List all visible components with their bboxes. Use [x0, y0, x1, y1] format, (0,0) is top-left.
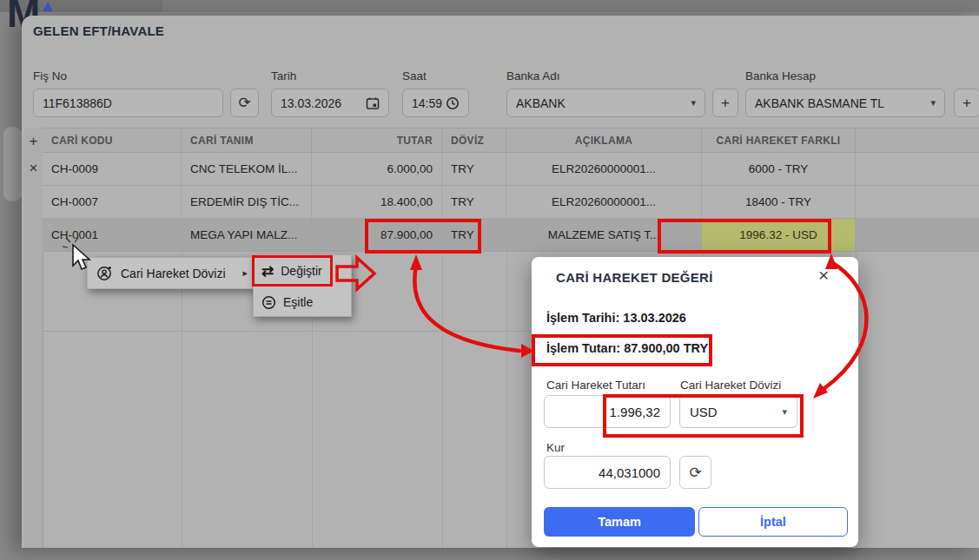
menu-item-label: Eşitle	[283, 295, 313, 309]
app-logo-triangle-icon	[43, 2, 53, 11]
cell-doviz[interactable]: TRY	[442, 186, 506, 218]
column-header-cari-hareket-farkli[interactable]: CARİ HAREKET FARKLI	[702, 128, 856, 152]
table-row-selected[interactable]: CH-0001 MEGA YAPI MALZ... 87.900,00 TRY …	[43, 219, 979, 252]
saat-label: Saat	[402, 69, 427, 82]
column-header-cari-tanim[interactable]: CARİ TANIM	[182, 128, 312, 152]
refresh-icon: ⟳	[238, 94, 250, 112]
cell-aciklama[interactable]: ELR20260000001...	[506, 153, 702, 185]
chevron-down-icon: ▾	[930, 97, 936, 109]
dialog-title: CARİ HAREKET DEĞERİ	[556, 270, 713, 285]
backdrop-panel-fragment	[3, 127, 22, 201]
annotation-box-tutar-cell	[365, 219, 481, 254]
cell-cari-tanim[interactable]: MEGA YAPI MALZ...	[182, 219, 312, 251]
cell-aciklama[interactable]: ELR20260000001...	[506, 186, 702, 218]
add-bank-button[interactable]: +	[712, 89, 738, 117]
fis-no-input[interactable]: 11F613886D	[33, 89, 223, 117]
cell-doviz[interactable]: TRY	[442, 153, 506, 185]
chevron-down-icon: ▾	[691, 97, 696, 109]
cari-hareket-tutari-label: Cari Hareket Tutarı	[546, 379, 645, 392]
page-title: GELEN EFT/HAVALE	[33, 23, 164, 38]
saat-input[interactable]: 14:59	[402, 89, 469, 117]
annotation-box-amount-doviz	[603, 394, 804, 438]
column-header-aciklama[interactable]: AÇIKLAMA	[506, 128, 702, 152]
cell-cari-kodu[interactable]: CH-0001	[43, 219, 182, 251]
cell-tutar[interactable]: 6.000,00	[312, 153, 442, 185]
tamam-button[interactable]: Tamam	[544, 507, 695, 537]
cell-cari-kodu[interactable]: CH-0007	[43, 186, 182, 218]
delete-row-button[interactable]: ×	[24, 161, 43, 175]
banka-hesap-select[interactable]: AKBANK BASMANE TL ▾	[745, 89, 945, 117]
saat-value: 14:59	[412, 96, 446, 110]
cell-tutar[interactable]: 18.400,00	[312, 186, 442, 218]
islem-tarihi-text: İşlem Tarihi: 13.03.2026	[546, 311, 686, 325]
cari-hareket-dovizi-label: Cari Hareket Dövizi	[680, 379, 781, 392]
iptal-button[interactable]: İptal	[698, 507, 848, 537]
cell-cari-tanim[interactable]: CNC TELEKOM İL...	[182, 153, 312, 185]
kur-label: Kur	[546, 441, 565, 454]
cell-filler	[856, 153, 979, 185]
equalize-icon	[261, 295, 276, 310]
grid-tool-column: + ×	[24, 128, 43, 548]
banka-hesap-value: AKBANK BASMANE TL	[755, 96, 925, 110]
table-row[interactable]: CH-0009 CNC TELEKOM İL... 6.000,00 TRY E…	[43, 153, 979, 186]
fis-no-refresh-button[interactable]: ⟳	[230, 89, 259, 117]
column-header-cari-kodu[interactable]: CARİ KODU	[43, 128, 182, 152]
menu-item-esitle[interactable]: Eşitle	[254, 287, 351, 318]
cell-cari-hareket-farkli[interactable]: 18400 - TRY	[702, 186, 856, 218]
kur-input[interactable]: 44,031000	[544, 456, 671, 489]
column-header-filler	[856, 128, 979, 152]
cell-cari-tanim[interactable]: ERDEMİR DIŞ TİC...	[182, 186, 312, 218]
cell-cari-kodu[interactable]: CH-0009	[43, 153, 182, 185]
banka-adi-select[interactable]: AKBANK ▾	[506, 89, 705, 117]
calendar-icon	[366, 96, 380, 110]
column-header-doviz[interactable]: DÖVİZ	[442, 128, 506, 152]
cell-cari-hareket-farkli[interactable]: 6000 - TRY	[702, 153, 856, 185]
plus-icon: +	[721, 95, 730, 112]
add-row-button[interactable]: +	[24, 134, 43, 148]
banka-adi-label: Banka Adı	[506, 69, 560, 82]
column-header-tutar[interactable]: TUTAR	[312, 128, 442, 152]
context-menu[interactable]: Cari Hareket Dövizi ▸	[87, 257, 257, 289]
tarih-input[interactable]: 13.03.2026	[271, 89, 389, 117]
submenu-arrow-icon: ▸	[242, 267, 248, 279]
table-row[interactable]: CH-0007 ERDEMİR DIŞ TİC... 18.400,00 TRY…	[43, 186, 979, 219]
fis-no-label: Fiş No	[33, 69, 67, 82]
close-icon[interactable]: ×	[818, 266, 829, 284]
banka-adi-value: AKBANK	[516, 96, 685, 110]
row-divider	[43, 331, 532, 332]
kur-refresh-button[interactable]: ⟳	[679, 456, 711, 489]
refresh-icon: ⟳	[689, 464, 701, 482]
tarih-label: Tarih	[271, 69, 296, 82]
annotation-box-fark-cell	[658, 219, 831, 254]
column-divider	[442, 252, 443, 548]
annotation-box-degistir	[252, 255, 333, 287]
column-divider	[506, 252, 507, 548]
plus-icon: +	[962, 95, 971, 112]
cell-filler	[856, 219, 979, 251]
clock-icon	[446, 96, 460, 110]
context-menu-item-label: Cari Hareket Dövizi	[121, 267, 235, 280]
fis-no-value: 11F613886D	[43, 96, 214, 110]
tarih-value: 13.03.2026	[281, 96, 366, 110]
banka-hesap-label: Banka Hesap	[745, 69, 816, 82]
kur-value: 44,031000	[599, 465, 660, 480]
column-divider	[182, 252, 182, 548]
add-account-button[interactable]: +	[954, 89, 979, 117]
grid-header-row: CARİ KODU CARİ TANIM TUTAR DÖVİZ AÇIKLAM…	[43, 128, 979, 153]
cell-filler	[856, 186, 979, 218]
annotation-box-islem-tutari	[532, 334, 712, 366]
person-currency-icon	[96, 265, 113, 281]
